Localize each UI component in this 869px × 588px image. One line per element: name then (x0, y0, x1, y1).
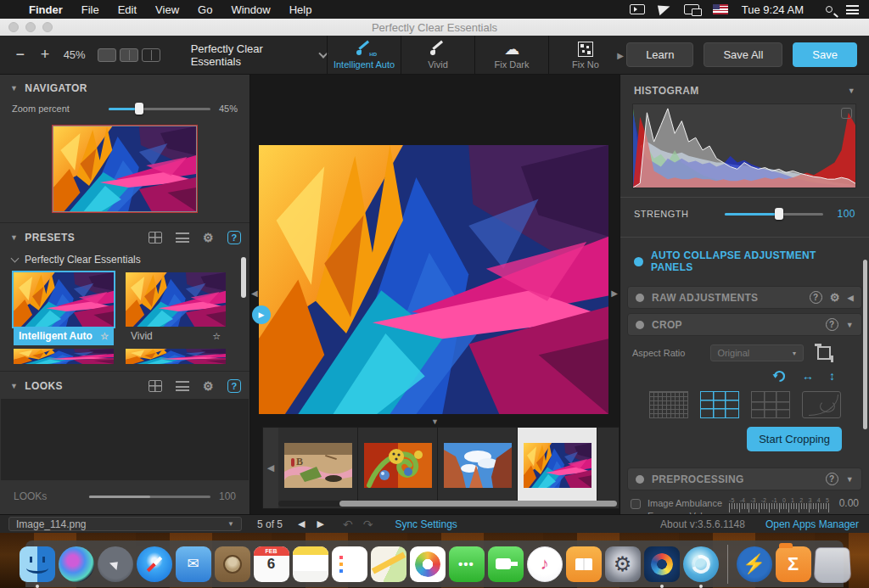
help-icon[interactable]: ? (227, 379, 241, 393)
next-image-button[interactable]: ▶ (317, 518, 324, 529)
star-icon[interactable]: ☆ (212, 331, 221, 342)
collapse-left-panel-icon[interactable]: ◀ (251, 288, 258, 298)
navigator-zoom-slider[interactable] (109, 108, 210, 110)
flip-vertical-icon[interactable]: ↕ (829, 369, 835, 383)
dock-icon-calendar[interactable]: 6 (254, 546, 289, 582)
presets-scrollbar[interactable] (241, 257, 246, 298)
image-canvas[interactable]: ◀ ▶ ▶ ▼ ◀ B (250, 75, 620, 514)
side-by-side-view-icon[interactable] (142, 48, 160, 62)
aspect-ratio-select[interactable]: Original ▼ (710, 344, 804, 361)
screen-sharing-icon[interactable] (658, 3, 671, 16)
presets-scroll-right-icon[interactable]: ▶ (617, 50, 624, 59)
looks-slider[interactable] (89, 496, 210, 498)
collapse-filmstrip-icon[interactable]: ▼ (431, 417, 439, 426)
previous-image-button[interactable]: ◀ (298, 518, 305, 529)
toolbar-preset-fix-dark[interactable]: ☁Fix Dark (474, 36, 548, 74)
collapse-triangle-icon[interactable]: ▼ (846, 475, 854, 484)
star-icon[interactable]: ☆ (100, 331, 109, 342)
dock-icon-aperture[interactable] (683, 546, 719, 582)
presets-header[interactable]: ▼ PRESETS ⚙ ? (0, 223, 249, 250)
menu-item-view[interactable]: View (155, 3, 179, 16)
dock-icon-siri[interactable] (59, 546, 94, 582)
dock-icon-sysprefs[interactable] (605, 546, 641, 582)
zoom-in-button[interactable]: + (36, 46, 53, 64)
menu-item-file[interactable]: File (81, 3, 99, 16)
histogram-options-icon[interactable] (841, 108, 852, 119)
redo-icon[interactable]: ↷ (363, 518, 373, 531)
toolbar-preset-fix-no[interactable]: Fix No (548, 36, 622, 74)
menu-item-edit[interactable]: Edit (118, 3, 137, 16)
menu-item-help[interactable]: Help (289, 3, 312, 16)
strength-slider[interactable] (725, 213, 824, 216)
crop-header[interactable]: CROP ? ▼ (627, 313, 862, 336)
filmstrip-scrollbar[interactable] (278, 501, 617, 507)
grid-view-icon[interactable] (149, 380, 162, 392)
collapse-triangle-icon[interactable]: ▼ (848, 87, 855, 95)
notification-list-icon[interactable] (846, 5, 859, 14)
open-apps-manager-button[interactable]: Open Apps Manager (765, 518, 859, 530)
help-icon[interactable]: ? (227, 231, 241, 244)
toolbar-preset-vivid[interactable]: Vivid (401, 36, 474, 74)
toolbar-preset-intelligent-auto[interactable]: HDIntelligent Auto (327, 36, 401, 74)
dock-icon-launchpad[interactable] (98, 546, 133, 582)
menu-item-window[interactable]: Window (231, 3, 270, 16)
raw-adjustments-header[interactable]: RAW ADJUSTMENTS ? ⚙ ◀ (627, 286, 862, 309)
crop-tool-icon[interactable] (817, 346, 831, 360)
preset-group-row[interactable]: Perfectly Clear Essentials (0, 250, 249, 271)
list-view-icon[interactable] (176, 232, 189, 243)
thirds-grid-icon[interactable] (700, 391, 739, 418)
dock-icon-messages[interactable]: ••• (449, 546, 485, 582)
search-icon[interactable] (826, 6, 833, 13)
menu-clock[interactable]: Tue 9:24 AM (742, 3, 804, 16)
start-cropping-button[interactable]: Start Cropping (747, 427, 842, 451)
filmstrip-scroll-left-icon[interactable]: ◀ (263, 428, 278, 508)
dock-icon-imgtools[interactable] (737, 546, 772, 582)
learn-button[interactable]: Learn (626, 42, 693, 67)
airplay-display-icon[interactable] (630, 4, 645, 14)
preset-group-selector[interactable]: Perfectly Clear Essentials (191, 42, 327, 68)
dock-icon-notes[interactable] (293, 546, 328, 582)
dock-icon-photos[interactable] (410, 546, 446, 582)
save-all-button[interactable]: Save All (704, 42, 782, 67)
gear-icon[interactable]: ⚙ (203, 232, 214, 244)
canyon-photo-thumb[interactable] (438, 428, 518, 502)
filename-select[interactable]: Image_114.png ▼ (8, 517, 242, 531)
undo-icon[interactable]: ↶ (343, 518, 353, 531)
exposure-value-scale[interactable]: -5-4-3-2-1012345 (729, 497, 829, 513)
sync-settings-button[interactable]: Sync Settings (395, 518, 457, 530)
zoom-out-button[interactable]: − (12, 46, 28, 64)
fine-grid-icon[interactable] (649, 391, 688, 418)
dock-icon-maps[interactable] (371, 546, 406, 582)
dock-icon-reminders[interactable] (332, 546, 367, 582)
dock-icon-mail[interactable]: ✉ (176, 546, 211, 582)
dock-icon-contacts[interactable] (215, 546, 250, 582)
gear-icon[interactable]: ⚙ (830, 291, 840, 304)
edited-image[interactable] (259, 145, 608, 414)
us-flag-icon[interactable] (713, 4, 728, 14)
looks-header[interactable]: ▼ LOOKS ⚙ ? (0, 372, 249, 399)
collapse-triangle-icon[interactable]: ▼ (846, 321, 854, 329)
auto-collapse-toggle[interactable]: AUTO COLLAPSE ADJUSTMENT PANELS (620, 238, 869, 282)
navigator-header[interactable]: ▼ NAVIGATOR (0, 75, 249, 100)
gear-icon[interactable]: ⚙ (203, 380, 214, 392)
preprocessing-header[interactable]: PREPROCESSING ? ▼ (627, 468, 862, 490)
fern-macro-thumb[interactable] (358, 428, 438, 502)
sidecar-displays-icon[interactable] (684, 4, 699, 14)
dock-icon-ibooks[interactable] (566, 546, 602, 582)
split-view-icon[interactable] (120, 48, 138, 62)
collapse-right-panel-icon[interactable]: ▶ (611, 288, 618, 298)
craft-photo-thumb[interactable]: B (278, 428, 358, 502)
right-panel-scrollbar[interactable] (863, 260, 867, 429)
help-icon[interactable]: ? (826, 473, 838, 485)
mixed-grid-icon[interactable] (751, 391, 790, 418)
collapse-triangle-icon[interactable]: ◀ (848, 294, 854, 302)
menu-item-go[interactable]: Go (198, 3, 212, 16)
dock-icon-finder[interactable] (20, 546, 55, 582)
image-ambulance-checkbox[interactable] (631, 499, 641, 509)
dock-icon-facetime[interactable] (488, 546, 524, 582)
navigator-preview[interactable] (53, 126, 197, 212)
single-view-icon[interactable] (98, 48, 116, 62)
save-button[interactable]: Save (793, 42, 857, 67)
golden-spiral-icon[interactable] (802, 391, 841, 418)
dock-icon-pclear[interactable] (644, 546, 680, 582)
